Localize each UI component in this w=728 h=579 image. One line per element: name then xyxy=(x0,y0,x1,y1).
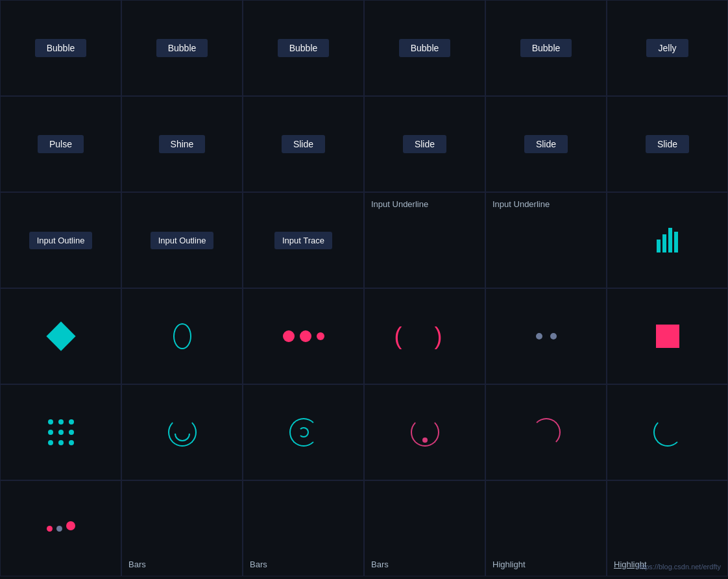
dot-grid-item xyxy=(58,419,64,425)
input-underline-label-1: Input Underline xyxy=(371,199,428,209)
bar-3 xyxy=(668,228,672,253)
pink-square-icon xyxy=(656,325,679,348)
row-4: ( ) xyxy=(0,288,728,384)
dot-grid-icon xyxy=(48,419,74,445)
cell-r2c5: Slide xyxy=(485,96,607,192)
slide-button-1[interactable]: Slide xyxy=(282,135,325,153)
circle-pink2-icon xyxy=(532,418,561,447)
pink-dots-icon xyxy=(283,330,324,342)
grey-dots-icon xyxy=(536,333,557,339)
dot-grid-item xyxy=(48,419,53,425)
cell-r1c1: Bubble xyxy=(0,0,121,96)
slide-button-2[interactable]: Slide xyxy=(403,135,446,153)
cell-r1c2: Bubble xyxy=(121,0,243,96)
pink-dot-small xyxy=(317,332,324,340)
bubble-button-3[interactable]: Bubble xyxy=(278,39,330,57)
moving-dot-small-2 xyxy=(56,526,62,532)
cell-r6c2: Bars xyxy=(121,480,243,576)
grey-dot-2 xyxy=(550,333,557,339)
cell-r3c2: Input Outline xyxy=(121,192,243,288)
cell-r5c4 xyxy=(364,384,485,480)
dot-grid-item xyxy=(69,430,74,435)
input-trace-button[interactable]: Input Trace xyxy=(274,232,332,249)
dot-grid-item xyxy=(69,440,74,445)
dot-grid-item xyxy=(69,419,74,425)
cell-r3c3: Input Trace xyxy=(243,192,364,288)
circle-smile-icon xyxy=(168,418,197,447)
cell-r5c2 xyxy=(121,384,243,480)
cell-r5c5 xyxy=(485,384,607,480)
input-outline-button-2[interactable]: Input Outline xyxy=(151,232,214,249)
circle-pink-icon xyxy=(411,418,439,447)
bubble-button-1[interactable]: Bubble xyxy=(35,39,87,57)
cell-r2c2: Shine xyxy=(121,96,243,192)
cell-r4c2 xyxy=(121,288,243,384)
row-5 xyxy=(0,384,728,480)
row-1: Bubble Bubble Bubble Bubble Bubble Jelly xyxy=(0,0,728,96)
row-3: Input Outline Input Outline Input Trace … xyxy=(0,192,728,288)
dot-grid-item xyxy=(58,430,64,435)
url-label: https://blog.csdn.net/erdfty xyxy=(637,563,721,571)
grey-dot-1 xyxy=(536,333,542,339)
cell-r6c3: Bars xyxy=(243,480,364,576)
cell-r4c3 xyxy=(243,288,364,384)
pulse-button[interactable]: Pulse xyxy=(38,135,84,153)
row-6: Bars Bars Bars Highlight Highlight https… xyxy=(0,480,728,576)
cell-r1c4: Bubble xyxy=(364,0,485,96)
bar-4 xyxy=(674,232,678,253)
cell-r4c5 xyxy=(485,288,607,384)
cell-r3c5: Input Underline xyxy=(485,192,607,288)
bubble-button-2[interactable]: Bubble xyxy=(156,39,208,57)
moving-dots-icon xyxy=(47,524,75,533)
cell-r2c6: Slide xyxy=(607,96,728,192)
parens-icon: ( ) xyxy=(394,325,455,348)
circle-cyan2-icon xyxy=(653,418,682,447)
dot-grid-item xyxy=(48,440,53,445)
moving-dot-large xyxy=(66,521,75,530)
cell-r4c6 xyxy=(607,288,728,384)
cell-r6c1 xyxy=(0,480,121,576)
bars-label-1: Bars xyxy=(128,560,146,569)
input-underline-label-2: Input Underline xyxy=(492,199,550,209)
cell-r2c4: Slide xyxy=(364,96,485,192)
slide-button-3[interactable]: Slide xyxy=(524,135,568,153)
bars-label-2: Bars xyxy=(250,560,267,569)
pink-dot-large-2 xyxy=(300,330,311,342)
bar-1 xyxy=(657,240,661,253)
dot-grid-item xyxy=(48,430,53,435)
bubble-button-4[interactable]: Bubble xyxy=(399,39,451,57)
cell-r5c6 xyxy=(607,384,728,480)
bars-label-3: Bars xyxy=(371,560,389,569)
moving-dot-small xyxy=(47,526,53,532)
bars-icon xyxy=(657,228,678,253)
cell-r4c1 xyxy=(0,288,121,384)
cell-r6c4: Bars xyxy=(364,480,485,576)
ring-inner-icon xyxy=(289,418,318,447)
dot-grid-item xyxy=(58,440,64,445)
cell-r3c1: Input Outline xyxy=(0,192,121,288)
cell-r3c6 xyxy=(607,192,728,288)
cell-r1c3: Bubble xyxy=(243,0,364,96)
highlight-label-1: Highlight xyxy=(492,560,526,569)
cell-r2c1: Pulse xyxy=(0,96,121,192)
cell-r5c1 xyxy=(0,384,121,480)
cell-r4c4: ( ) xyxy=(364,288,485,384)
bubble-button-5[interactable]: Bubble xyxy=(520,39,572,57)
diamond-icon xyxy=(46,321,75,351)
ellipse-icon xyxy=(173,323,191,349)
cell-r3c4: Input Underline xyxy=(364,192,485,288)
shine-button[interactable]: Shine xyxy=(159,135,206,153)
cell-r2c3: Slide xyxy=(243,96,364,192)
cell-r5c3 xyxy=(243,384,364,480)
cell-r6c6: Highlight https://blog.csdn.net/erdfty xyxy=(607,480,728,576)
input-outline-button-1[interactable]: Input Outline xyxy=(29,232,93,249)
pink-dot-large-1 xyxy=(283,330,295,342)
jelly-button[interactable]: Jelly xyxy=(646,39,688,57)
cell-r1c5: Bubble xyxy=(485,0,607,96)
cell-r1c6: Jelly xyxy=(607,0,728,96)
slide-button-4[interactable]: Slide xyxy=(646,135,689,153)
cell-r6c5: Highlight xyxy=(485,480,607,576)
bar-2 xyxy=(662,234,666,253)
row-2: Pulse Shine Slide Slide Slide Slide xyxy=(0,96,728,192)
